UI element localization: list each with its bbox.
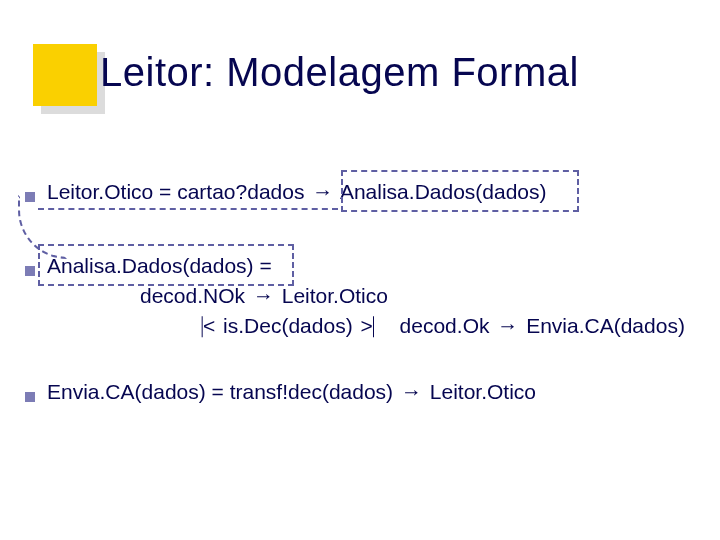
branch-decod-nok: decod.NOk → Leitor.Otico (140, 284, 388, 308)
highlight-box-def (38, 244, 294, 286)
text: Envia.CA(dados) = transf!dec(dados) (47, 380, 399, 403)
arrow-icon: → (495, 314, 520, 337)
highlight-box-call (341, 170, 579, 212)
accent-yellow-square (33, 44, 97, 106)
bullet-icon (25, 392, 35, 402)
text: decod.Ok (394, 314, 496, 337)
text: Leitor.Otico (424, 380, 536, 403)
slide: Leitor: Modelagem Formal Leitor.Otico = … (0, 0, 720, 540)
definition-envia-ca: Envia.CA(dados) = transf!dec(dados) → Le… (47, 380, 536, 404)
text: Leitor.Otico = cartao?dados (47, 180, 310, 203)
branch-guard-decod-ok: ⎹< is.Dec(dados) >⎸ decod.Ok → Envia.CA(… (182, 314, 685, 338)
arrow-icon: → (399, 380, 424, 403)
highlight-connector-top (38, 208, 338, 210)
bullet-icon (25, 266, 35, 276)
arrow-icon: → (310, 180, 335, 203)
highlight-connector (18, 195, 67, 259)
guard-open-icon: ⎹< (182, 314, 217, 337)
slide-title: Leitor: Modelagem Formal (100, 50, 579, 95)
text: is.Dec(dados) (217, 314, 358, 337)
text: Envia.CA(dados) (520, 314, 685, 337)
arrow-icon: → (251, 284, 276, 307)
guard-close-icon: >⎸ (358, 314, 393, 337)
text: decod.NOk (140, 284, 251, 307)
text: Leitor.Otico (276, 284, 388, 307)
